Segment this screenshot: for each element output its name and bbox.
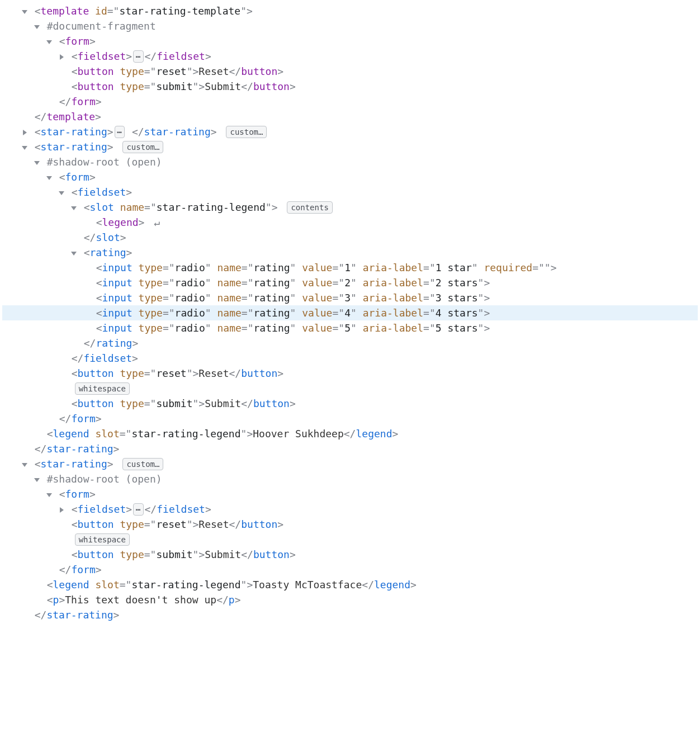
svg-marker-2 [46, 40, 52, 44]
expand-toggle-down-icon[interactable] [33, 18, 41, 34]
node-button-reset[interactable]: <button type="reset">Reset</button> [2, 64, 698, 79]
node-shadow-root[interactable]: #shadow-root (open) [2, 154, 698, 169]
expand-toggle-down-icon[interactable] [21, 139, 29, 154]
node-form-close-blue[interactable]: </form> [2, 411, 698, 426]
node-hidden-p[interactable]: <p>This text doesn't show up</p> [2, 592, 698, 607]
node-input-2[interactable]: <input type="radio" name="rating" value=… [2, 275, 698, 290]
node-button-reset-blue-3[interactable]: <button type="reset">Reset</button> [2, 517, 698, 532]
node-document-fragment[interactable]: #document-fragment [2, 18, 698, 34]
node-button-submit-blue-3[interactable]: <button type="submit">Submit</button> [2, 547, 698, 562]
node-whitespace-3[interactable]: whitespace [2, 532, 698, 547]
node-star-rating-open-2[interactable]: <star-rating> custom… [2, 139, 698, 154]
node-slot-open[interactable]: <slot name="star-rating-legend"> content… [2, 200, 698, 215]
node-slot-close[interactable]: </slot> [2, 230, 698, 245]
expand-toggle-right-icon[interactable] [58, 49, 65, 64]
expand-toggle-down-icon[interactable] [58, 185, 65, 200]
node-button-submit-blue[interactable]: <button type="submit">Submit</button> [2, 396, 698, 411]
node-star-rating-close-3[interactable]: </star-rating> [2, 607, 698, 622]
svg-marker-12 [34, 478, 40, 482]
node-template-close[interactable]: </template> [2, 109, 698, 124]
node-input-1[interactable]: <input type="radio" name="rating" value=… [2, 260, 698, 275]
node-fieldset-open-blue[interactable]: <fieldset> [2, 185, 698, 200]
node-button-submit[interactable]: <button type="submit">Submit</button> [2, 79, 698, 94]
svg-marker-3 [60, 54, 64, 60]
expand-toggle-down-icon[interactable] [21, 456, 29, 471]
expand-toggle-down-icon[interactable] [33, 154, 41, 169]
svg-marker-0 [22, 10, 27, 14]
svg-marker-8 [59, 191, 64, 195]
svg-marker-14 [60, 507, 64, 513]
expand-toggle-right-icon[interactable] [21, 124, 29, 139]
whitespace-badge[interactable]: whitespace [75, 533, 130, 546]
expand-toggle-down-icon[interactable] [33, 471, 41, 486]
node-fieldset-collapsed[interactable]: <fieldset>⋯</fieldset> [2, 49, 698, 64]
node-form-open[interactable]: <form> [2, 34, 698, 49]
expand-toggle-down-icon[interactable] [45, 169, 53, 185]
node-star-rating-collapsed[interactable]: <star-rating>⋯ </star-rating> custom… [2, 124, 698, 139]
node-legend-toasty[interactable]: <legend slot="star-rating-legend">Toasty… [2, 577, 698, 592]
node-star-rating-open-3[interactable]: <star-rating> custom… [2, 456, 698, 471]
svg-marker-11 [22, 463, 27, 467]
node-template-open[interactable]: <template id="star-rating-template"> [2, 3, 698, 18]
svg-marker-5 [22, 146, 27, 150]
contents-badge[interactable]: contents [287, 201, 332, 214]
node-star-rating-close-2[interactable]: </star-rating> [2, 441, 698, 456]
node-rating-close[interactable]: </rating> [2, 336, 698, 351]
node-fieldset-collapsed-blue[interactable]: <fieldset>⋯</fieldset> [2, 502, 698, 517]
node-input-4-selected[interactable]: <input type="radio" name="rating" value=… [2, 305, 698, 320]
svg-marker-7 [46, 176, 52, 180]
node-form-close-blue-3[interactable]: </form> [2, 562, 698, 577]
node-form-open-blue[interactable]: <form> [2, 169, 698, 185]
custom-element-badge[interactable]: custom… [122, 458, 163, 470]
svg-marker-1 [34, 25, 40, 29]
node-legend-empty[interactable]: <legend> ↵ [2, 215, 698, 230]
expand-toggle-down-icon[interactable] [70, 200, 78, 215]
expand-toggle-down-icon[interactable] [45, 486, 53, 502]
expand-toggle-down-icon[interactable] [70, 245, 78, 260]
svg-marker-9 [71, 206, 77, 210]
node-button-reset-blue[interactable]: <button type="reset">Reset</button> [2, 366, 698, 381]
dom-tree: <template id="star-rating-template"> #do… [0, 0, 700, 645]
node-shadow-root-3[interactable]: #shadow-root (open) [2, 471, 698, 486]
custom-element-badge[interactable]: custom… [122, 141, 163, 153]
whitespace-badge[interactable]: whitespace [75, 382, 130, 395]
expand-toggle-right-icon[interactable] [58, 502, 65, 517]
expand-toggle-down-icon[interactable] [21, 3, 29, 18]
ellipsis-badge[interactable]: ⋯ [115, 126, 125, 138]
newline-icon: ↵ [150, 216, 160, 228]
node-input-5[interactable]: <input type="radio" name="rating" value=… [2, 320, 698, 336]
svg-marker-10 [71, 252, 77, 256]
node-form-close[interactable]: </form> [2, 94, 698, 109]
svg-marker-13 [46, 493, 52, 497]
ellipsis-badge[interactable]: ⋯ [133, 503, 143, 516]
node-legend-hoover[interactable]: <legend slot="star-rating-legend">Hoover… [2, 426, 698, 441]
node-fieldset-close-blue[interactable]: </fieldset> [2, 351, 698, 366]
node-input-3[interactable]: <input type="radio" name="rating" value=… [2, 290, 698, 305]
svg-marker-4 [23, 130, 27, 135]
node-whitespace[interactable]: whitespace [2, 381, 698, 396]
node-rating-open[interactable]: <rating> [2, 245, 698, 260]
custom-element-badge[interactable]: custom… [226, 126, 267, 138]
expand-toggle-down-icon[interactable] [45, 34, 53, 49]
svg-marker-6 [34, 161, 40, 165]
ellipsis-badge[interactable]: ⋯ [133, 50, 143, 63]
node-form-open-blue-3[interactable]: <form> [2, 486, 698, 502]
